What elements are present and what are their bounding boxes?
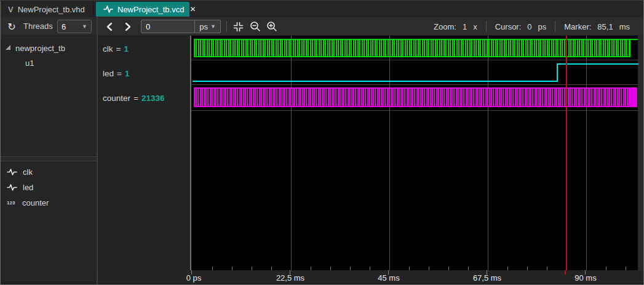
axis-tick-label: 67,5 ms (473, 273, 501, 283)
axis-minor-tick (370, 267, 370, 270)
tab-vhd-file[interactable]: V NewProject_tb.vhd (1, 2, 94, 17)
gridline (389, 36, 390, 270)
waveform-canvas[interactable] (190, 36, 638, 270)
signal-label: counter (22, 198, 49, 207)
time-unit-value: ps (199, 22, 208, 31)
gridline (586, 36, 587, 270)
next-transition-button[interactable] (121, 19, 135, 34)
signal-row-counter[interactable]: counter = 21336 (103, 86, 189, 110)
tab-vcd-file[interactable]: NewProject_tb.vcd ✕ (96, 2, 189, 17)
axis-minor-tick (527, 267, 528, 270)
timestamp-input-group: ps ▼ (141, 20, 221, 33)
marker-unit: ms (619, 22, 630, 31)
axis-tick-label: 22,5 ms (276, 273, 304, 283)
led-waveform-high[interactable] (558, 63, 638, 65)
signal-label: led (23, 183, 33, 192)
signal-value: 21336 (141, 94, 165, 103)
chevron-down-icon: ▼ (210, 23, 216, 30)
waveform-icon (7, 168, 17, 176)
status-readouts: Zoom: 1 x Cursor: 0 ps Marker: 85,1 ms (425, 17, 638, 36)
tab-bar: V NewProject_tb.vhd NewProject_tb.vcd ✕ (1, 1, 643, 17)
equals-sign: = (117, 69, 122, 78)
chevron-down-icon: ▼ (82, 23, 87, 30)
signal-list-item-led[interactable]: led (1, 180, 97, 195)
scope-sidebar: newproject_tb u1 clk led 123 counter (1, 36, 97, 283)
signal-value: 1 (125, 69, 130, 78)
threads-select[interactable]: 6 ▼ (57, 20, 92, 33)
signal-value: 1 (124, 44, 129, 54)
tree-item-u1[interactable]: u1 (1, 56, 97, 70)
expand-triangle-icon[interactable] (6, 45, 10, 50)
tree-item-label: u1 (25, 58, 34, 68)
zoom-in-icon[interactable] (265, 19, 279, 34)
signal-list-item-clk[interactable]: clk (1, 164, 97, 179)
time-unit-select[interactable]: ps ▼ (194, 20, 220, 33)
axis-tick-label: 90 ms (574, 273, 596, 283)
zoom-out-icon[interactable] (248, 19, 262, 34)
cursor-unit: ps (538, 22, 547, 31)
axis-minor-tick (311, 267, 311, 270)
signal-label: clk (23, 167, 33, 177)
cursor-label: Cursor: (495, 22, 522, 31)
axis-minor-tick (212, 267, 213, 270)
signal-name-panel: clk = 1 led = 1 counter = 21336 (98, 36, 190, 270)
axis-minor-tick (252, 267, 252, 270)
axis-minor-tick (468, 267, 469, 270)
scrollbar-track[interactable] (638, 36, 643, 270)
axis-minor-tick (429, 267, 429, 270)
toolbar-separator (226, 21, 227, 32)
timestamp-input[interactable] (141, 20, 194, 33)
row-separator (191, 110, 638, 111)
signal-row-clk[interactable]: clk = 1 (103, 36, 189, 61)
axis-minor-tick (409, 267, 410, 270)
tab-label: NewProject_tb.vcd (117, 5, 184, 14)
axis-tick-label: 45 ms (378, 273, 399, 283)
zoom-unit: x (473, 22, 477, 31)
threads-value: 6 (62, 22, 66, 31)
axis-minor-tick (547, 267, 547, 270)
equals-sign: = (133, 94, 138, 103)
counter-waveform[interactable] (194, 87, 629, 107)
previous-transition-button[interactable] (103, 19, 116, 34)
equals-sign: = (116, 44, 121, 54)
gridline (488, 36, 488, 270)
cursor-value: 0 (527, 22, 531, 31)
row-separator (191, 84, 638, 85)
zoom-value: 1 (463, 22, 467, 31)
axis-minor-tick (232, 267, 233, 270)
axis-minor-tick (330, 267, 331, 270)
axis-minor-tick (271, 267, 272, 270)
signal-name: counter (103, 94, 130, 103)
axis-tick-label: 0 ps (186, 273, 202, 283)
signal-name: clk (103, 44, 113, 54)
signal-name: led (103, 69, 114, 78)
waveform-icon (103, 5, 113, 14)
row-separator (191, 60, 638, 60)
axis-minor-tick (350, 267, 351, 270)
axis-minor-tick (507, 267, 508, 270)
clk-waveform[interactable] (194, 39, 629, 57)
counter-waveform-end (629, 87, 637, 107)
tree-item-label: newproject_tb (15, 44, 65, 53)
panel-splitter[interactable] (1, 156, 97, 161)
clk-waveform-end (629, 39, 638, 57)
zoom-label: Zoom: (434, 22, 456, 31)
led-waveform-low[interactable] (193, 81, 557, 82)
tree-item-newproject-tb[interactable]: newproject_tb (1, 41, 97, 55)
marker-axis-tick (565, 270, 566, 275)
number-icon: 123 (7, 200, 17, 206)
time-axis: 0 ps 22,5 ms 45 ms 67,5 ms 90 ms (98, 270, 643, 283)
threads-label: Threads (23, 22, 53, 31)
led-waveform-rise (557, 63, 558, 82)
marker-line[interactable] (566, 36, 567, 270)
marker-value: 85,1 (597, 22, 613, 31)
axis-minor-tick (606, 267, 606, 270)
marker-label: Marker: (564, 22, 591, 31)
close-icon[interactable]: ✕ (189, 5, 196, 14)
waveform-viewer-window: V NewProject_tb.vhd NewProject_tb.vcd ✕ … (0, 0, 644, 285)
axis-minor-tick (626, 267, 626, 270)
signal-list-item-counter[interactable]: 123 counter (1, 195, 97, 210)
signal-row-led[interactable]: led = 1 (103, 61, 189, 86)
refresh-icon[interactable]: ↻ (6, 19, 18, 34)
fit-to-screen-icon[interactable] (231, 19, 245, 34)
